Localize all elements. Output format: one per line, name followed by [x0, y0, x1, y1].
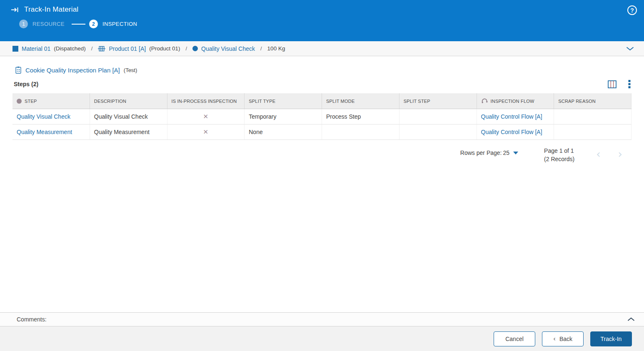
x-mark-icon: ✕ [203, 128, 209, 136]
comments-panel[interactable]: Comments: [0, 312, 644, 326]
inspection-plan-subtitle: (Test) [124, 67, 137, 73]
step-cell-link[interactable]: Quality Visual Check [12, 109, 90, 124]
product-link[interactable]: Product 01 [A] [109, 45, 146, 52]
split-mode-cell: Process Step [322, 109, 399, 124]
breadcrumb-separator: / [185, 45, 187, 52]
step-label: INSPECTION [102, 21, 137, 27]
wizard-stepper: 1 RESOURCE 2 INSPECTION [0, 20, 644, 28]
records-info: (2 Records) [544, 155, 574, 163]
title-row: Track-In Material [0, 0, 644, 14]
step-number-badge: 2 [89, 20, 98, 28]
steps-table: STEP DESCRIPTION IS IN-PROCESS INSPECTIO… [12, 93, 632, 140]
column-header-is-in-process-inspection[interactable]: IS IN-PROCESS INSPECTION [167, 93, 245, 109]
step-cell-link[interactable]: Quality Measurement [12, 124, 90, 139]
cancel-button[interactable]: Cancel [494, 331, 535, 346]
split-mode-cell [322, 124, 399, 139]
step-link[interactable]: Quality Visual Check [201, 45, 255, 52]
rows-per-page-label: Rows per Page: [460, 149, 502, 156]
breadcrumb-item-material: Material 01 (Dispatched) [12, 45, 86, 52]
main-content: Cookie Quality Inspection Plan [A] (Test… [0, 56, 644, 312]
quantity-value: 100 Kg [267, 45, 285, 52]
material-square-icon [12, 46, 18, 52]
next-page-icon[interactable]: › [618, 149, 622, 159]
help-icon[interactable]: ? [627, 5, 637, 15]
is-in-process-cell: ✕ [167, 124, 245, 139]
kebab-menu-icon[interactable] [628, 80, 631, 88]
page-info: Page 1 of 1 [544, 147, 574, 155]
stepper-step-inspection[interactable]: 2 INSPECTION [89, 20, 137, 28]
action-bar: Cancel ‹ Back Track-In [0, 326, 644, 351]
breadcrumb-item-step: Quality Visual Check [192, 45, 255, 52]
split-type-cell: None [245, 124, 322, 139]
rows-per-page-value: 25 [503, 149, 509, 156]
inspection-flow-icon [481, 98, 488, 104]
page-title: Track-In Material [24, 5, 78, 14]
back-button[interactable]: ‹ Back [542, 331, 584, 346]
rows-per-page-dropdown[interactable]: Rows per Page:25 [460, 149, 518, 156]
top-bar: Track-In Material ? 1 RESOURCE 2 INSPECT… [0, 0, 644, 41]
breadcrumb-separator: / [260, 45, 262, 52]
material-link[interactable]: Material 01 [22, 45, 50, 52]
column-header-split-step[interactable]: SPLIT STEP [399, 93, 477, 109]
inspection-plan-icon [15, 66, 22, 74]
product-annotation: (Product 01) [149, 45, 180, 52]
steps-count-title: Steps (2) [14, 81, 38, 87]
stepper-step-resource[interactable]: 1 RESOURCE [19, 20, 65, 28]
step-number-badge: 1 [19, 20, 28, 28]
product-icon [98, 45, 105, 52]
column-header-inspection-flow[interactable]: INSPECTION FLOW [477, 93, 554, 109]
inspection-flow-cell-link[interactable]: Quality Control Flow [A] [477, 109, 554, 124]
split-step-cell [399, 109, 477, 124]
chevron-left-icon: ‹ [553, 335, 556, 343]
table-tools [608, 80, 631, 88]
inspection-plan-link[interactable]: Cookie Quality Inspection Plan [A] [25, 67, 120, 74]
table-row[interactable]: Quality Visual Check Quality Visual Chec… [12, 109, 632, 124]
steps-toolbar: Steps (2) [14, 80, 631, 88]
previous-page-icon[interactable]: ‹ [596, 149, 600, 159]
track-in-icon [11, 7, 20, 13]
column-header-split-mode[interactable]: SPLIT MODE [322, 93, 399, 109]
column-header-description[interactable]: DESCRIPTION [90, 93, 167, 109]
inspection-plan-header: Cookie Quality Inspection Plan [A] (Test… [15, 66, 632, 74]
columns-icon[interactable] [608, 80, 617, 88]
split-step-cell [399, 124, 477, 139]
step-circle-icon [192, 46, 198, 51]
pagination-bar: Rows per Page:25 Page 1 of 1 (2 Records)… [0, 147, 622, 164]
column-header-split-type[interactable]: SPLIT TYPE [245, 93, 322, 109]
material-status: (Dispatched) [54, 45, 86, 52]
scrap-reason-cell [554, 124, 632, 139]
scrap-reason-cell [554, 109, 632, 124]
description-cell: Quality Measurement [90, 124, 167, 139]
stepper-connector-line [72, 24, 85, 25]
breadcrumb-separator: / [91, 45, 93, 52]
table-row[interactable]: Quality Measurement Quality Measurement … [12, 124, 632, 140]
step-label: RESOURCE [32, 21, 65, 27]
caret-down-icon [513, 152, 518, 154]
column-header-scrap-reason[interactable]: SCRAP REASON [554, 93, 632, 109]
is-in-process-cell: ✕ [167, 109, 245, 124]
chevron-down-icon[interactable] [626, 47, 634, 51]
breadcrumb: Material 01 (Dispatched) / Product 01 [A… [0, 41, 644, 56]
breadcrumb-item-product: Product 01 [A] (Product 01) [98, 45, 180, 52]
inspection-flow-cell-link[interactable]: Quality Control Flow [A] [477, 124, 554, 139]
track-in-button[interactable]: Track-In [590, 331, 632, 346]
step-type-icon [17, 99, 22, 104]
table-header-row: STEP DESCRIPTION IS IN-PROCESS INSPECTIO… [12, 93, 632, 109]
description-cell: Quality Visual Check [90, 109, 167, 124]
split-type-cell: Temporary [245, 109, 322, 124]
x-mark-icon: ✕ [203, 113, 209, 120]
comments-label: Comments: [17, 316, 47, 323]
chevron-up-icon[interactable] [627, 317, 635, 321]
column-header-step[interactable]: STEP [12, 93, 90, 109]
page-info-block: Page 1 of 1 (2 Records) [544, 147, 574, 164]
